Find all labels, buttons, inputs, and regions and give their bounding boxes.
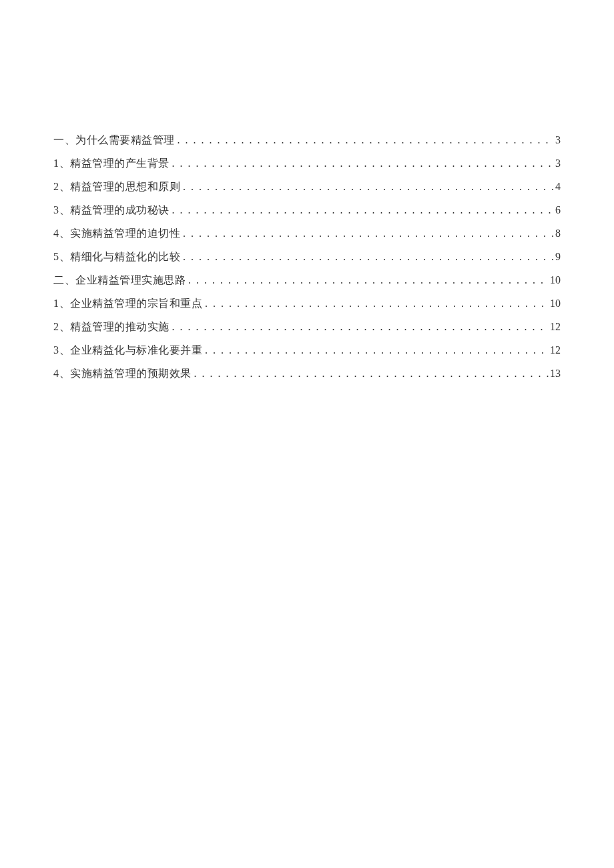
toc-leader-dots [180,228,554,240]
toc-leader-dots [175,134,555,146]
toc-leader-dots [170,321,549,333]
toc-title: 4、实施精益管理的预期效果 [53,367,192,381]
toc-entry: 2、精益管理的思想和原则 4 [53,180,561,194]
toc-page-number: 3 [554,157,561,169]
toc-page-number: 12 [549,344,561,356]
toc-page-number: 10 [549,298,561,310]
toc-entry: 3、企业精益化与标准化要并重 12 [53,344,561,358]
toc-page-number: 10 [549,274,561,286]
toc-page-number: 9 [554,251,561,263]
toc-leader-dots [170,204,555,216]
toc-title: 2、精益管理的推动实施 [53,320,170,334]
toc-entry: 4、实施精益管理的迫切性 8 [53,227,561,241]
toc-title: 3、企业精益化与标准化要并重 [53,344,202,358]
toc-title: 4、实施精益管理的迫切性 [53,227,180,241]
toc-entry: 5、精细化与精益化的比较 9 [53,250,561,264]
toc-title: 5、精细化与精益化的比较 [53,250,180,264]
toc-entry: 一、为什么需要精益管理 3 [53,133,561,147]
toc-leader-dots [170,157,555,169]
toc-page-number: 12 [549,321,561,333]
toc-leader-dots [180,181,554,193]
toc-entry: 2、精益管理的推动实施 12 [53,320,561,334]
toc-entry: 1、企业精益管理的宗旨和重点 10 [53,297,561,311]
toc-title: 二、企业精益管理实施思路 [53,274,186,288]
toc-page-number: 13 [549,368,561,380]
toc-page-number: 4 [554,181,561,193]
toc-title: 1、企业精益管理的宗旨和重点 [53,297,202,311]
toc-leader-dots [180,251,554,263]
toc-leader-dots [186,274,549,286]
toc-title: 一、为什么需要精益管理 [53,133,175,147]
table-of-contents: 一、为什么需要精益管理 3 1、精益管理的产生背景 3 2、精益管理的思想和原则… [53,133,561,381]
toc-leader-dots [202,298,549,310]
toc-entry: 二、企业精益管理实施思路 10 [53,274,561,288]
toc-entry: 3、精益管理的成功秘诀 6 [53,203,561,218]
toc-leader-dots [202,344,549,356]
toc-entry: 1、精益管理的产生背景 3 [53,157,561,171]
toc-title: 2、精益管理的思想和原则 [53,180,180,194]
toc-title: 1、精益管理的产生背景 [53,157,170,171]
toc-page-number: 6 [554,204,561,216]
toc-page-number: 8 [554,228,561,240]
toc-entry: 4、实施精益管理的预期效果 13 [53,367,561,381]
toc-leader-dots [192,368,549,380]
toc-page-number: 3 [554,134,561,146]
toc-title: 3、精益管理的成功秘诀 [53,203,170,218]
